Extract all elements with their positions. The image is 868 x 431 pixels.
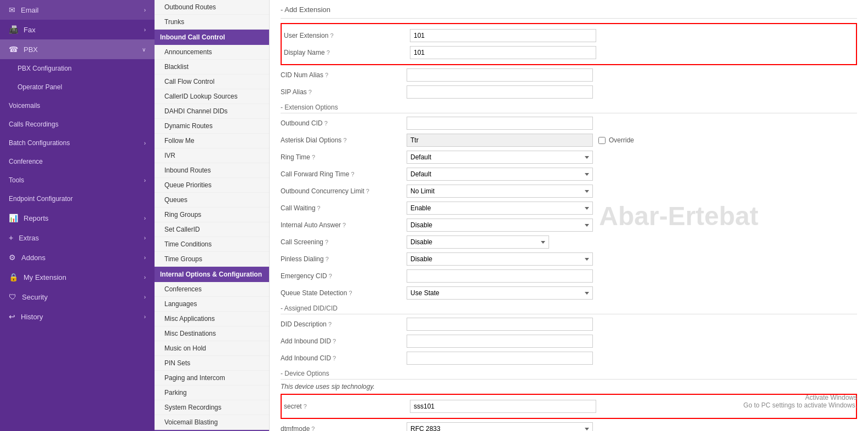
sidebar-item-addons[interactable]: ⚙ Addons › <box>0 248 155 267</box>
nav-set-callerid[interactable]: Set CallerID <box>155 222 269 237</box>
nav-call-flow-control[interactable]: Call Flow Control <box>155 74 269 89</box>
pinless-dialing-row: Pinless Dialing ? DisableEnable <box>281 252 857 266</box>
assigned-did-title: - Assigned DID/CID <box>281 304 857 314</box>
middle-navigation: Outbound Routes Trunks Inbound Call Cont… <box>155 0 270 431</box>
emergency-cid-help-icon[interactable]: ? <box>329 273 332 279</box>
nav-ring-groups[interactable]: Ring Groups <box>155 208 269 222</box>
nav-trunks[interactable]: Trunks <box>155 15 269 30</box>
display-name-help-icon[interactable]: ? <box>327 49 330 56</box>
sidebar-item-tools[interactable]: Tools › <box>0 171 155 189</box>
sidebar-item-extras[interactable]: + Extras › <box>0 228 155 248</box>
call-forward-ring-time-label: Call Forward Ring Time ? <box>281 170 407 178</box>
outbound-concurrency-limit-help-icon[interactable]: ? <box>366 188 369 194</box>
add-inbound-cid-input[interactable] <box>407 352 593 365</box>
nav-ivr[interactable]: IVR <box>155 148 269 163</box>
nav-misc-destinations[interactable]: Misc Destinations <box>155 326 269 341</box>
call-waiting-select[interactable]: EnableDisable <box>407 202 593 215</box>
sidebar-item-security[interactable]: 🛡 Security › <box>0 287 155 307</box>
nav-dahdi-channel-dids[interactable]: DAHDI Channel DIDs <box>155 104 269 119</box>
pinless-dialing-select[interactable]: DisableEnable <box>407 252 593 266</box>
nav-time-conditions[interactable]: Time Conditions <box>155 237 269 252</box>
sidebar-item-fax[interactable]: 📠 Fax › <box>0 20 155 39</box>
nav-languages[interactable]: Languages <box>155 297 269 312</box>
queue-state-detection-select[interactable]: Use StateUse Hint <box>407 286 593 300</box>
nav-inbound-routes[interactable]: Inbound Routes <box>155 163 269 178</box>
nav-parking[interactable]: Parking <box>155 386 269 400</box>
queue-state-detection-help-icon[interactable]: ? <box>349 290 352 296</box>
nav-pin-sets[interactable]: PIN Sets <box>155 356 269 371</box>
call-waiting-help-icon[interactable]: ? <box>317 205 321 211</box>
sidebar-item-email[interactable]: ✉ Email › <box>0 0 155 20</box>
sidebar-item-calls-recordings[interactable]: Calls Recordings <box>0 115 155 134</box>
dtmfmode-select[interactable]: RFC 2833InfoInbandAuto <box>407 422 593 431</box>
did-description-input[interactable] <box>407 318 593 331</box>
call-forward-ring-time-help-icon[interactable]: ? <box>351 171 354 177</box>
sip-alias-input[interactable] <box>407 85 593 99</box>
sidebar-item-batch-configurations[interactable]: Batch Configurations › <box>0 134 155 152</box>
add-inbound-cid-help-icon[interactable]: ? <box>333 355 336 361</box>
internal-auto-answer-help-icon[interactable]: ? <box>342 222 346 228</box>
call-screening-help-icon[interactable]: ? <box>325 239 328 245</box>
user-extension-input[interactable] <box>410 29 596 42</box>
emergency-cid-row: Emergency CID ? <box>281 269 857 283</box>
call-screening-select[interactable]: DisableEnableEnable with Name <box>407 235 549 249</box>
cid-num-alias-input[interactable] <box>407 68 593 82</box>
sip-alias-help-icon[interactable]: ? <box>309 89 312 95</box>
ring-time-label: Ring Time ? <box>281 153 407 161</box>
reports-icon: 📊 <box>9 214 18 222</box>
secret-input[interactable] <box>410 400 596 413</box>
main-content: - Add Extension User Extension ? Display… <box>270 0 868 431</box>
nav-callerid-lookup-sources[interactable]: CallerID Lookup Sources <box>155 89 269 104</box>
outbound-concurrency-limit-select[interactable]: No Limit123 <box>407 185 593 198</box>
cid-num-alias-help-icon[interactable]: ? <box>325 72 328 78</box>
nav-queue-priorities[interactable]: Queue Priorities <box>155 178 269 193</box>
sidebar-item-endpoint-configurator[interactable]: Endpoint Configurator <box>0 189 155 208</box>
sidebar-item-pbx-configuration[interactable]: PBX Configuration <box>0 59 155 78</box>
sidebar-item-voicemails[interactable]: Voicemails <box>0 96 155 115</box>
sidebar-item-history[interactable]: ↩ History › <box>0 307 155 326</box>
pinless-dialing-help-icon[interactable]: ? <box>326 256 329 262</box>
arrow-icon: › <box>144 215 146 221</box>
queue-state-detection-label: Queue State Detection ? <box>281 289 407 297</box>
asterisk-dial-options-help-icon[interactable]: ? <box>343 137 346 143</box>
override-checkbox[interactable] <box>598 137 606 144</box>
nav-announcements[interactable]: Announcements <box>155 45 269 60</box>
dtmfmode-help-icon[interactable]: ? <box>311 426 315 431</box>
sidebar-item-conference[interactable]: Conference <box>0 152 155 171</box>
sidebar-item-reports[interactable]: 📊 Reports › <box>0 208 155 228</box>
sidebar-item-operator-panel[interactable]: Operator Panel <box>0 78 155 96</box>
nav-paging-intercom[interactable]: Paging and Intercom <box>155 371 269 386</box>
sidebar-item-pbx[interactable]: ☎ PBX ∨ <box>0 39 155 59</box>
ring-time-select[interactable]: Default5101520 <box>407 151 593 164</box>
arrow-icon: › <box>144 274 146 280</box>
did-description-help-icon[interactable]: ? <box>328 321 332 327</box>
add-inbound-did-input[interactable] <box>407 335 593 348</box>
call-screening-row: Call Screening ? DisableEnableEnable wit… <box>281 235 857 249</box>
nav-follow-me[interactable]: Follow Me <box>155 134 269 148</box>
secret-help-icon[interactable]: ? <box>304 403 307 410</box>
nav-outbound-routes[interactable]: Outbound Routes <box>155 0 269 15</box>
internal-auto-answer-select[interactable]: DisableEnable <box>407 219 593 232</box>
nav-blacklist[interactable]: Blacklist <box>155 60 269 74</box>
outbound-concurrency-limit-row: Outbound Concurrency Limit ? No Limit123 <box>281 184 857 198</box>
display-name-input[interactable] <box>410 46 596 59</box>
sidebar-item-my-extension[interactable]: 🔒 My Extension › <box>0 267 155 287</box>
user-extension-help-icon[interactable]: ? <box>330 32 333 39</box>
nav-dynamic-routes[interactable]: Dynamic Routes <box>155 119 269 134</box>
ring-time-help-icon[interactable]: ? <box>312 154 315 160</box>
outbound-cid-input[interactable] <box>407 117 593 130</box>
nav-queues[interactable]: Queues <box>155 193 269 208</box>
outbound-cid-help-icon[interactable]: ? <box>324 120 328 127</box>
emergency-cid-input[interactable] <box>407 269 593 283</box>
sip-alias-label: SIP Alias ? <box>281 88 407 96</box>
nav-system-recordings[interactable]: System Recordings <box>155 400 269 415</box>
nav-music-on-hold[interactable]: Music on Hold <box>155 341 269 356</box>
call-forward-ring-time-select[interactable]: Default51015 <box>407 168 593 181</box>
ring-time-row: Ring Time ? Default5101520 <box>281 150 857 164</box>
nav-time-groups[interactable]: Time Groups <box>155 252 269 267</box>
nav-voicemail-blasting[interactable]: Voicemail Blasting <box>155 415 269 430</box>
add-inbound-did-help-icon[interactable]: ? <box>333 338 336 344</box>
nav-conferences[interactable]: Conferences <box>155 282 269 297</box>
asterisk-dial-options-input[interactable] <box>407 134 593 147</box>
nav-misc-applications[interactable]: Misc Applications <box>155 312 269 326</box>
